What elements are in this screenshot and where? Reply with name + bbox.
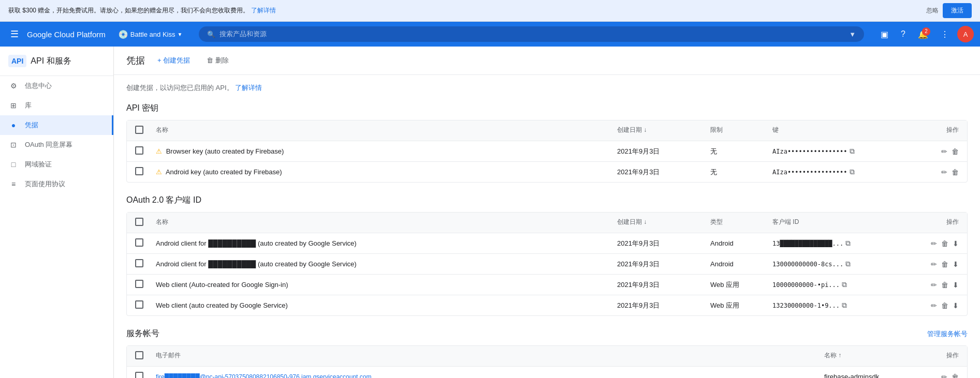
download-icon[interactable]: ⬇ <box>953 281 959 289</box>
select-all-oauth-checkbox[interactable] <box>135 218 143 226</box>
row-date: 2021年9月3日 <box>617 147 710 156</box>
row-checkbox[interactable] <box>135 280 156 290</box>
table-row: ⚠ Browser key (auto created by Firebase)… <box>127 141 967 162</box>
row-checkbox[interactable] <box>135 146 156 156</box>
row-name: Android client for ██████████ (auto crea… <box>156 239 617 247</box>
edit-icon[interactable]: ✏ <box>931 301 937 310</box>
delete-icon[interactable]: 🗑 <box>941 239 948 248</box>
row-checkbox[interactable] <box>135 238 156 248</box>
copy-icon[interactable]: ⧉ <box>842 301 847 310</box>
copy-icon[interactable]: ⧉ <box>842 280 847 289</box>
select-all-svc-checkbox[interactable] <box>135 351 143 359</box>
api-keys-col-date: 创建日期 ↓ <box>617 126 710 135</box>
key-masked: AIza•••••••••••••••• <box>772 169 847 176</box>
activate-button[interactable]: 激活 <box>943 3 972 18</box>
table-row: ⚠ Android key (auto created by Firebase)… <box>127 162 967 182</box>
edit-icon[interactable]: ✏ <box>941 168 947 176</box>
api-icon: API <box>8 55 26 67</box>
row-actions: ✏ 🗑 ⬇ <box>917 260 959 268</box>
user-avatar[interactable]: A <box>957 26 974 42</box>
edit-icon[interactable]: ✏ <box>941 373 947 379</box>
project-selector[interactable]: 💿 Battle and Kiss ▼ <box>114 27 187 41</box>
svc-col-action: 操作 <box>928 351 959 361</box>
row-clientid: 13██████████████... ⧉ <box>772 239 917 248</box>
ignore-button[interactable]: 忽略 <box>926 3 939 18</box>
help-button[interactable]: ? <box>897 25 910 43</box>
table-row: Android client for ██████████ (auto crea… <box>127 254 967 275</box>
row-clientid: 13230000000-1•9... ⧉ <box>772 301 917 310</box>
api-keys-header: 名称 创建日期 ↓ 限制 键 操作 <box>127 120 967 141</box>
row-type: Android <box>710 260 772 268</box>
sidebar-header: API API 和服务 <box>0 47 113 76</box>
tos-icon: ≡ <box>8 180 19 188</box>
sidebar-item-tos[interactable]: ≡ 页面使用协议 <box>0 174 113 194</box>
table-row: Android client for ██████████ (auto crea… <box>127 233 967 254</box>
cloud-shell-button[interactable]: ▣ <box>876 25 893 43</box>
select-all-checkbox[interactable] <box>135 126 143 134</box>
row-name: ⚠ Android key (auto created by Firebase) <box>156 168 617 176</box>
menu-icon[interactable]: ☰ <box>6 24 23 44</box>
row-checkbox[interactable] <box>135 300 156 310</box>
row-checkbox[interactable] <box>135 167 156 177</box>
download-icon[interactable]: ⬇ <box>953 239 959 248</box>
delete-icon[interactable]: 🗑 <box>941 281 948 289</box>
download-icon[interactable]: ⬇ <box>953 260 959 268</box>
edit-icon[interactable]: ✏ <box>931 239 937 248</box>
sidebar-item-oauth[interactable]: ⊡ OAuth 同意屏幕 <box>0 135 113 155</box>
oauth-icon: ⊡ <box>8 141 19 149</box>
search-expand-icon: ▼ <box>849 31 856 38</box>
row-checkbox[interactable] <box>135 259 156 269</box>
row-checkbox[interactable] <box>135 372 156 378</box>
svc-col-name: 名称 ↑ <box>824 351 928 361</box>
copy-icon[interactable]: ⧉ <box>845 260 851 268</box>
edit-icon[interactable]: ✏ <box>941 147 947 156</box>
row-name: firebase-adminsdk <box>824 373 928 378</box>
svc-col-email: 电子邮件 <box>156 351 824 361</box>
domain-icon: □ <box>8 160 19 169</box>
warning-icon: ⚠ <box>156 168 162 176</box>
table-row: fire████████@nc-api-570375080882106850-9… <box>127 367 967 378</box>
row-name: Web client (Auto-created for Google Sign… <box>156 281 617 289</box>
sidebar-item-domain[interactable]: □ 网域验证 <box>0 155 113 174</box>
row-type: Web 应用 <box>710 280 772 290</box>
search-icon: 🔍 <box>207 31 215 38</box>
delete-icon[interactable]: 🗑 <box>941 301 948 310</box>
row-clientid: 130000000000-8cs... ⧉ <box>772 260 917 268</box>
app-logo: Google Cloud Platform <box>27 30 106 39</box>
banner-link[interactable]: 了解详情 <box>251 7 276 14</box>
row-limit: 无 <box>710 168 772 177</box>
delete-icon[interactable]: 🗑 <box>952 168 959 176</box>
copy-icon[interactable]: ⧉ <box>845 239 851 248</box>
sidebar-item-dashboard[interactable]: ⚙ 信息中心 <box>0 76 113 96</box>
table-row: Web client (Auto-created for Google Sign… <box>127 275 967 295</box>
page-header: 凭据 + 创建凭据 🗑 删除 <box>114 47 980 75</box>
delete-icon[interactable]: 🗑 <box>952 373 959 379</box>
delete-button[interactable]: 🗑 删除 <box>202 53 233 68</box>
sidebar-item-library[interactable]: ⊞ 库 <box>0 96 113 115</box>
library-icon: ⊞ <box>8 101 19 110</box>
manage-service-accounts-link[interactable]: 管理服务帐号 <box>927 329 968 339</box>
sidebar-label-oauth: OAuth 同意屏幕 <box>25 140 72 149</box>
search-bar[interactable]: 🔍 搜索产品和资源 ▼ <box>199 26 864 42</box>
delete-icon[interactable]: 🗑 <box>952 147 959 156</box>
table-row: Web client (auto created by Google Servi… <box>127 295 967 315</box>
banner-message: 获取 $300 赠金，开始免费试用。请放心，如果您的赠金用尽，我们不会向您收取费… <box>8 7 249 14</box>
oauth-col-date: 创建日期 ↓ <box>617 218 710 228</box>
service-accounts-title: 服务帐号 <box>126 328 159 339</box>
sidebar-item-credentials[interactable]: ● 凭据 <box>0 115 113 135</box>
delete-icon[interactable]: 🗑 <box>941 260 948 268</box>
service-accounts-header-row: 服务帐号 管理服务帐号 <box>126 328 968 339</box>
app-body: API API 和服务 ⚙ 信息中心 ⊞ 库 ● 凭据 ⊡ OAuth 同意屏幕… <box>0 47 980 378</box>
edit-icon[interactable]: ✏ <box>931 260 937 268</box>
sidebar-label-library: 库 <box>25 101 32 110</box>
more-menu-button[interactable]: ⋮ <box>937 25 953 43</box>
copy-icon[interactable]: ⧉ <box>850 168 855 176</box>
project-disk-icon: 💿 <box>118 29 128 39</box>
create-credentials-button[interactable]: + 创建凭据 <box>153 53 194 68</box>
download-icon[interactable]: ⬇ <box>953 301 959 310</box>
key-masked: AIza•••••••••••••••• <box>772 148 847 155</box>
copy-icon[interactable]: ⧉ <box>850 147 855 156</box>
info-link[interactable]: 了解详情 <box>235 84 262 92</box>
oauth-col-type: 类型 <box>710 218 772 228</box>
edit-icon[interactable]: ✏ <box>931 281 937 289</box>
